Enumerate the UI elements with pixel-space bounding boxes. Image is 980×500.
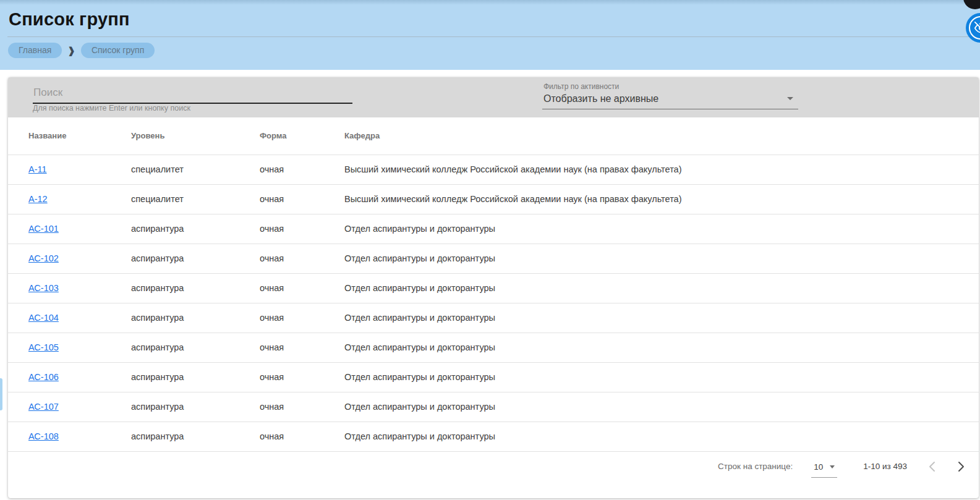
table-row: АС-107 аспирантура очная Отдел аспиранту… [8,392,979,422]
cell-department: Высший химический колледж Российской ака… [344,155,979,184]
table-row: АС-102 аспирантура очная Отдел аспиранту… [8,244,979,273]
table-row: АС-103 аспирантура очная Отдел аспиранту… [8,273,979,303]
cell-department: Высший химический колледж Российской ака… [344,184,979,214]
table-row: АС-101 аспирантура очная Отдел аспиранту… [8,214,979,244]
table-row: А-11 специалитет очная Высший химический… [8,155,979,184]
chevron-right-icon [953,459,969,475]
cell-level: специалитет [131,155,260,184]
cell-form: очная [260,214,344,244]
filter-selected-value: Отобразить не архивные [543,93,797,104]
cell-department: Отдел аспирантуры и докторантуры [344,244,979,273]
caret-down-icon [830,465,835,468]
previous-page-button[interactable] [924,459,940,475]
table-row: АС-104 аспирантура очная Отдел аспиранту… [8,303,979,333]
next-page-button[interactable] [953,459,969,475]
cell-form: очная [260,244,344,273]
cell-department: Отдел аспирантуры и докторантуры [344,362,979,392]
group-link[interactable]: АС-108 [28,431,59,441]
group-link[interactable]: А-11 [28,164,47,174]
cell-form: очная [260,422,344,451]
rows-per-page-select[interactable]: 10 [811,462,837,478]
cell-level: аспирантура [131,362,260,392]
cell-level: специалитет [131,184,260,214]
table-row: АС-106 аспирантура очная Отдел аспиранту… [8,362,979,392]
pagination-bar: Строк на странице: 10 1-10 из 493 [8,451,979,481]
caret-down-icon [787,97,793,100]
group-link[interactable]: АС-101 [28,224,59,234]
breadcrumb: Главная ❱ Список групп [8,43,155,58]
group-link[interactable]: АС-103 [28,283,59,293]
chevron-left-icon [924,459,940,475]
cell-department: Отдел аспирантуры и докторантуры [344,214,979,244]
side-panel-peek[interactable] [0,378,2,410]
breadcrumb-item-current[interactable]: Список групп [81,43,155,58]
cell-level: аспирантура [131,422,260,451]
chevron-right-icon: ❱ [67,46,75,55]
breadcrumb-item-home[interactable]: Главная [8,43,62,58]
group-link[interactable]: АС-105 [28,342,59,352]
filter-label: Фильтр по активности [543,82,797,91]
column-header-form: Форма [260,117,344,155]
rows-per-page-value: 10 [814,462,823,472]
group-link[interactable]: АС-102 [28,253,59,263]
content-card: Для поиска нажмите Enter или кнопку поис… [8,77,979,498]
page-title: Список групп [9,9,130,30]
column-header-level: Уровень [131,117,260,155]
search-filter-toolbar: Для поиска нажмите Enter или кнопку поис… [8,77,979,117]
search-hint: Для поиска нажмите Enter или кнопку поис… [33,104,190,112]
page-header: Список групп Главная ❱ Список групп [0,0,980,70]
cell-form: очная [260,362,344,392]
column-header-department: Кафедра [344,117,979,155]
column-header-name: Название [8,117,131,155]
group-link[interactable]: АС-104 [28,313,59,323]
cell-level: аспирантура [131,214,260,244]
cell-department: Отдел аспирантуры и докторантуры [344,422,979,451]
pagination-range: 1-10 из 493 [863,462,907,471]
cell-department: Отдел аспирантуры и докторантуры [344,333,979,362]
group-link[interactable]: АС-107 [28,402,59,412]
cell-form: очная [260,392,344,422]
search-input[interactable] [33,85,352,104]
activity-filter-select[interactable]: Фильтр по активности Отобразить не архив… [542,82,798,109]
cell-form: очная [260,333,344,362]
cell-level: аспирантура [131,273,260,303]
table-row: АС-105 аспирантура очная Отдел аспиранту… [8,333,979,362]
table-row: АС-108 аспирантура очная Отдел аспиранту… [8,422,979,451]
cell-form: очная [260,184,344,214]
group-link[interactable]: АС-106 [28,372,59,382]
groups-table: Название Уровень Форма Кафедра А-11 спец… [8,117,979,451]
cell-level: аспирантура [131,392,260,422]
table-row: А-12 специалитет очная Высший химический… [8,184,979,214]
cell-form: очная [260,303,344,333]
cell-level: аспирантура [131,303,260,333]
cell-level: аспирантура [131,244,260,273]
cell-level: аспирантура [131,333,260,362]
eye-off-icon [969,16,980,40]
group-link[interactable]: А-12 [28,194,48,204]
table-header-row: Название Уровень Форма Кафедра [8,117,979,155]
cell-form: очная [260,155,344,184]
cell-department: Отдел аспирантуры и докторантуры [344,303,979,333]
cell-form: очная [260,273,344,303]
cell-department: Отдел аспирантуры и докторантуры [344,392,979,422]
cell-department: Отдел аспирантуры и докторантуры [344,273,979,303]
rows-per-page-label: Строк на странице: [718,462,793,471]
header-divider [7,36,980,37]
